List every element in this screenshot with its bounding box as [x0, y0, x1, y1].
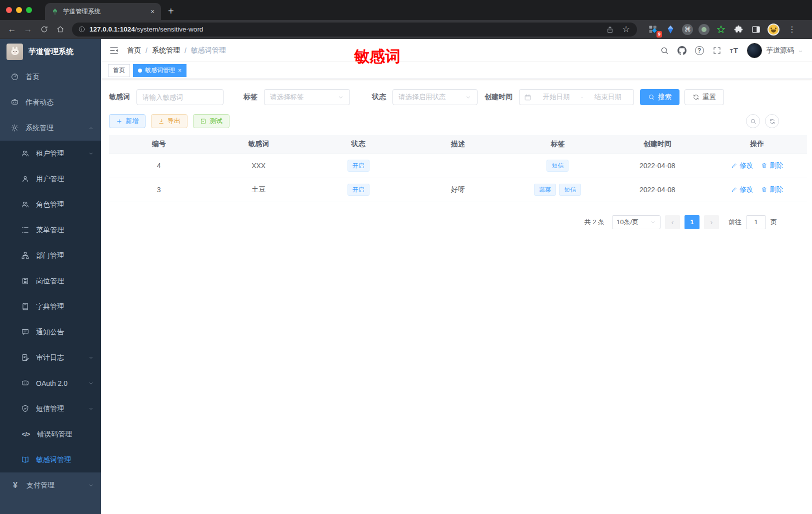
- sidebar-item-菜单管理[interactable]: 菜单管理: [0, 217, 101, 243]
- pencil-icon: [731, 186, 738, 193]
- sidebar-item-系统管理[interactable]: 系统管理: [0, 115, 101, 141]
- edit-link[interactable]: 修改: [731, 185, 753, 194]
- sidebar-item-岗位管理[interactable]: 岗位管理: [0, 268, 101, 294]
- sidebar-item-label: 租户管理: [36, 149, 64, 158]
- tab-close-icon[interactable]: ×: [148, 7, 157, 16]
- page-size-select[interactable]: 10条/页: [612, 215, 660, 229]
- delete-link[interactable]: 删除: [761, 161, 783, 170]
- sidebar-item-审计日志[interactable]: 审计日志: [0, 345, 101, 370]
- browser-menu-button[interactable]: ⋮: [788, 25, 796, 34]
- test-button[interactable]: 测试: [193, 114, 230, 128]
- document-check-icon: [200, 118, 206, 125]
- column-header-标签: 标签: [508, 135, 608, 154]
- export-button[interactable]: 导出: [151, 114, 188, 128]
- calendar-icon: [524, 94, 532, 101]
- sidebar-item-作者动态[interactable]: 作者动态: [0, 90, 101, 115]
- delete-link[interactable]: 删除: [761, 185, 783, 194]
- command-extension-button[interactable]: ⌘: [682, 24, 693, 35]
- tag-首页[interactable]: 首页: [108, 64, 130, 77]
- cell-id: 4: [109, 154, 208, 178]
- close-window-button[interactable]: [6, 7, 12, 13]
- refresh-table-button[interactable]: [765, 114, 779, 128]
- home-button[interactable]: [53, 23, 67, 37]
- url-host: 127.0.0.1:1024: [90, 26, 135, 33]
- sidebar-item-租户管理[interactable]: 租户管理: [0, 141, 101, 166]
- back-button[interactable]: ←: [5, 23, 19, 37]
- sidebar-item-label: 作者动态: [26, 98, 54, 107]
- breadcrumb-item-系统管理[interactable]: 系统管理: [152, 46, 180, 55]
- breadcrumb-item-首页[interactable]: 首页: [127, 46, 141, 55]
- sidebar: 芋道管理系统 首页作者动态系统管理租户管理用户管理角色管理菜单管理部门管理岗位管…: [0, 39, 101, 514]
- bookmark-star-button[interactable]: ☆: [620, 24, 632, 36]
- extension-gem-button[interactable]: [664, 24, 676, 36]
- github-icon[interactable]: [678, 46, 686, 55]
- user-menu[interactable]: 芋道源码: [747, 43, 803, 58]
- tag-敏感词管理[interactable]: 敏感词管理×: [133, 64, 186, 77]
- next-page-button[interactable]: ›: [704, 215, 719, 229]
- search-icon[interactable]: [660, 46, 669, 55]
- status-select[interactable]: 请选择启用状态: [392, 89, 478, 105]
- sidebar-item-label: 部门管理: [36, 251, 64, 260]
- help-icon[interactable]: ?: [695, 46, 704, 55]
- extensions-puzzle-button[interactable]: [732, 24, 744, 36]
- tag-label: 标签: [244, 93, 258, 102]
- forward-button[interactable]: →: [21, 23, 35, 37]
- tag-pill: 蔬菜: [534, 184, 556, 196]
- page-number-1[interactable]: 1: [684, 215, 700, 229]
- address-bar[interactable]: 127.0.0.1:1024/system/sensitive-word ☆: [72, 23, 637, 37]
- sidebar-item-支付管理[interactable]: ¥支付管理: [0, 472, 101, 498]
- edit-link[interactable]: 修改: [731, 161, 753, 170]
- zoom-window-button[interactable]: [26, 7, 32, 13]
- reset-button[interactable]: 重置: [684, 89, 724, 105]
- app-shell: 芋道管理系统 首页作者动态系统管理租户管理用户管理角色管理菜单管理部门管理岗位管…: [0, 39, 812, 514]
- add-button[interactable]: 新增: [109, 114, 146, 128]
- sidebar-item-错误码管理[interactable]: </>错误码管理: [0, 421, 101, 447]
- toggle-search-button[interactable]: [746, 114, 760, 128]
- sidebar-item-通知公告[interactable]: 通知公告: [0, 319, 101, 345]
- column-header-创建时间: 创建时间: [608, 135, 707, 154]
- fullscreen-icon[interactable]: [712, 46, 722, 55]
- search-button[interactable]: 搜索: [640, 89, 680, 105]
- prev-page-button[interactable]: ‹: [665, 215, 680, 229]
- browser-tab[interactable]: 芋道管理系统 ×: [45, 3, 161, 20]
- sidebar-item-用户管理[interactable]: 用户管理: [0, 166, 101, 192]
- sidebar-item-字典管理[interactable]: 字典管理: [0, 294, 101, 319]
- dashboard-icon: [10, 73, 19, 81]
- collapse-sidebar-icon[interactable]: [109, 46, 119, 56]
- site-info-icon[interactable]: [78, 26, 86, 33]
- minimize-window-button[interactable]: [16, 7, 22, 13]
- sidebar-logo[interactable]: 芋道管理系统: [0, 39, 101, 64]
- puzzle-icon: [734, 25, 744, 35]
- users-icon: [21, 149, 30, 158]
- sidebar-item-OAuth 2.0[interactable]: OAuth 2.0: [0, 370, 101, 396]
- sidebar-item-首页[interactable]: 首页: [0, 64, 101, 90]
- status-label: 状态: [372, 93, 386, 102]
- trash-icon: [761, 186, 768, 193]
- keyword-input[interactable]: [142, 94, 218, 101]
- sidebar-item-敏感词管理[interactable]: 敏感词管理: [0, 447, 101, 472]
- share-button[interactable]: [604, 24, 616, 36]
- cell-created: 2022-04-08: [608, 178, 707, 202]
- tag-select[interactable]: 请选择标签: [264, 89, 350, 105]
- dot-extension-button[interactable]: [698, 24, 710, 35]
- chevron-down-icon: [338, 94, 344, 101]
- tag-label: 敏感词管理: [145, 66, 175, 75]
- sidebar-item-短信管理[interactable]: 短信管理: [0, 396, 101, 421]
- extension-grid-button[interactable]: 9: [647, 24, 659, 36]
- new-tab-button[interactable]: +: [168, 6, 174, 17]
- browser-tabstrip: 芋道管理系统 × +: [0, 0, 812, 20]
- sidebar-item-部门管理[interactable]: 部门管理: [0, 243, 101, 268]
- chat-icon: [10, 98, 19, 107]
- close-icon[interactable]: ×: [178, 67, 182, 74]
- profile-avatar[interactable]: [768, 24, 780, 36]
- goto-page-input[interactable]: [746, 215, 766, 229]
- star-extension-button[interactable]: [715, 24, 727, 36]
- font-size-icon[interactable]: TT: [730, 46, 738, 55]
- reload-button[interactable]: [37, 23, 51, 37]
- date-range-picker[interactable]: 开始日期 - 结束日期: [519, 89, 634, 105]
- sidebar-item-角色管理[interactable]: 角色管理: [0, 192, 101, 217]
- side-panel-button[interactable]: [750, 24, 762, 36]
- card-icon: [21, 277, 30, 285]
- column-header-编号: 编号: [109, 135, 208, 154]
- goto-label: 前往: [728, 218, 742, 227]
